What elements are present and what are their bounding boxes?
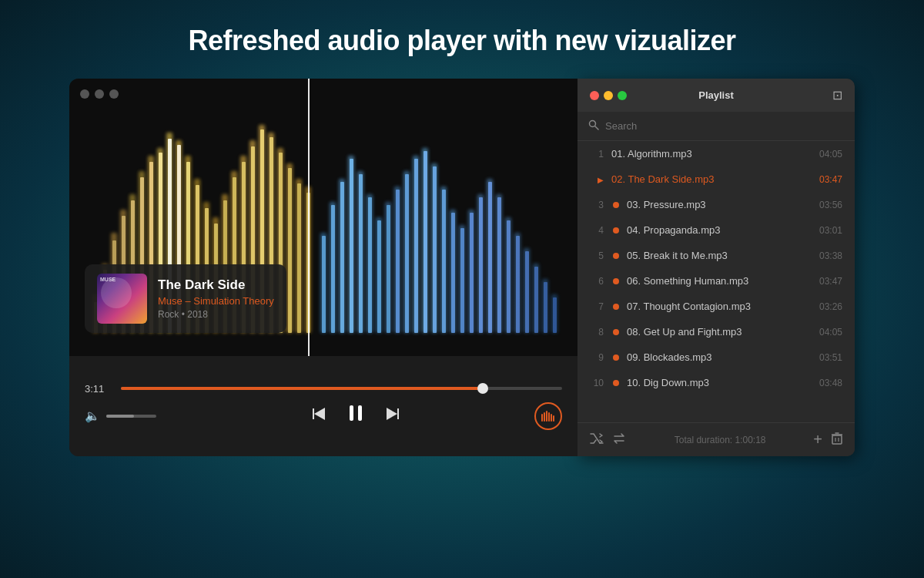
svg-rect-112 — [553, 415, 554, 422]
track-name: 02. The Dark Side.mp3 — [611, 173, 812, 185]
audio-player: The Dark Side Muse – Simulation Theory R… — [69, 79, 578, 456]
search-icon — [588, 119, 599, 133]
progress-bar[interactable] — [121, 387, 562, 390]
track-item[interactable]: 6 06. Something Human.mp3 03:47 — [578, 268, 855, 294]
track-name: 10. Dig Down.mp3 — [627, 377, 812, 388]
track-num: 7 — [590, 301, 604, 312]
track-num: 8 — [590, 327, 604, 338]
track-item[interactable]: 4 04. Propaganda.mp3 03:01 — [578, 217, 855, 243]
track-num: 3 — [590, 200, 604, 210]
status-dot — [613, 278, 619, 284]
track-item[interactable]: 10 10. Dig Down.mp3 03:48 — [578, 370, 855, 395]
track-num: 10 — [590, 378, 604, 388]
track-duration: 03:26 — [819, 301, 842, 312]
playlist-maximize-btn[interactable] — [618, 91, 627, 100]
svg-marker-106 — [387, 408, 397, 420]
track-duration: 03:01 — [819, 225, 842, 236]
track-duration: 03:48 — [819, 378, 842, 388]
play-indicator: ▶ — [598, 176, 604, 184]
playlist-title: Playlist — [698, 89, 734, 101]
track-name: 06. Something Human.mp3 — [627, 275, 812, 287]
playlist-view-btn[interactable]: ⊡ — [832, 88, 842, 102]
add-button[interactable]: + — [813, 431, 822, 449]
track-num: 6 — [590, 276, 604, 287]
total-duration: Total duration: 1:00:18 — [636, 435, 804, 445]
track-item[interactable]: 8 08. Get Up and Fight.mp3 04:05 — [578, 319, 855, 344]
volume-bar[interactable] — [106, 415, 156, 418]
track-item[interactable]: 9 09. Blockades.mp3 03:51 — [578, 344, 855, 370]
search-bar — [578, 112, 855, 141]
repeat-button[interactable] — [613, 433, 627, 447]
svg-rect-103 — [350, 405, 353, 421]
player-minimize-btn[interactable] — [95, 89, 104, 99]
playlist-footer: Total duration: 1:00:18 + — [578, 422, 855, 456]
playlist-traffic-lights — [590, 91, 627, 100]
player-close-btn[interactable] — [80, 89, 89, 99]
track-artist: Muse – Simulation Theory — [158, 295, 274, 307]
track-duration: 04:05 — [819, 327, 842, 338]
track-duration: 04:05 — [819, 149, 842, 160]
playlist-panel: Playlist ⊡ 1 01. Algorithm.mp3 04:05 ▶ — [578, 79, 855, 456]
track-name: 08. Get Up and Fight.mp3 — [627, 326, 812, 338]
track-item[interactable]: 1 01. Algorithm.mp3 04:05 — [578, 141, 855, 166]
status-dot — [613, 355, 619, 361]
current-time: 3:11 — [85, 383, 112, 395]
svg-rect-108 — [544, 412, 545, 422]
track-duration: 03:38 — [819, 250, 842, 261]
track-name: 04. Propaganda.mp3 — [627, 224, 812, 236]
track-name: 01. Algorithm.mp3 — [611, 148, 812, 160]
status-dot — [613, 253, 619, 259]
playlist-header: Playlist ⊡ — [578, 79, 855, 112]
pause-button[interactable] — [345, 402, 367, 429]
page-title: Refreshed audio player with new vizualiz… — [0, 0, 924, 57]
track-name: 09. Blockades.mp3 — [627, 351, 812, 363]
track-meta: Rock • 2018 — [158, 309, 274, 320]
track-item[interactable]: 5 05. Break it to Me.mp3 03:38 — [578, 243, 855, 268]
track-duration: 03:47 — [819, 174, 842, 185]
track-list: 1 01. Algorithm.mp3 04:05 ▶ 02. The Dark… — [578, 141, 855, 422]
volume-fill — [106, 415, 134, 418]
status-dot — [613, 202, 619, 208]
progress-container[interactable]: 3:11 — [85, 383, 562, 395]
visualizer-button[interactable] — [534, 402, 562, 430]
svg-marker-102 — [314, 408, 325, 420]
volume-icon: 🔈 — [85, 408, 100, 423]
volume-area: 🔈 — [85, 408, 177, 423]
track-name: 03. Pressure.mp3 — [627, 199, 812, 210]
track-name: 05. Break it to Me.mp3 — [627, 250, 812, 261]
svg-rect-110 — [548, 412, 550, 422]
next-button[interactable] — [385, 405, 402, 426]
track-num: ▶ — [590, 174, 604, 185]
playlist-minimize-btn[interactable] — [604, 91, 613, 100]
prev-button[interactable] — [310, 405, 326, 426]
track-item[interactable]: 3 03. Pressure.mp3 03:56 — [578, 192, 855, 217]
album-art — [97, 274, 147, 324]
track-duration: 03:56 — [819, 200, 842, 210]
playlist-close-btn[interactable] — [590, 91, 599, 100]
svg-rect-104 — [358, 405, 362, 421]
svg-marker-101 — [313, 408, 314, 419]
track-num: 1 — [590, 149, 604, 160]
track-num: 5 — [590, 250, 604, 261]
svg-marker-105 — [397, 408, 399, 419]
svg-rect-109 — [546, 411, 547, 422]
status-dot — [613, 304, 619, 310]
player-maximize-btn[interactable] — [109, 89, 119, 99]
shuffle-button[interactable] — [590, 433, 604, 447]
svg-point-113 — [590, 121, 596, 127]
track-duration: 03:51 — [819, 352, 842, 363]
progress-thumb[interactable] — [477, 383, 488, 394]
track-item[interactable]: 7 07. Thought Contagion.mp3 03:26 — [578, 294, 855, 319]
track-duration: 03:47 — [819, 276, 842, 287]
transport-buttons — [310, 402, 402, 429]
track-num: 9 — [590, 352, 604, 363]
status-dot — [613, 380, 619, 386]
track-name: 07. Thought Contagion.mp3 — [627, 301, 812, 312]
visualizer-area: The Dark Side Muse – Simulation Theory R… — [69, 79, 578, 356]
search-input[interactable] — [605, 120, 844, 132]
track-item[interactable]: ▶ 02. The Dark Side.mp3 03:47 — [578, 166, 855, 192]
playhead — [308, 79, 310, 356]
player-traffic-lights — [80, 89, 119, 99]
trash-button[interactable] — [832, 432, 842, 448]
transport-row: 🔈 — [85, 402, 562, 430]
